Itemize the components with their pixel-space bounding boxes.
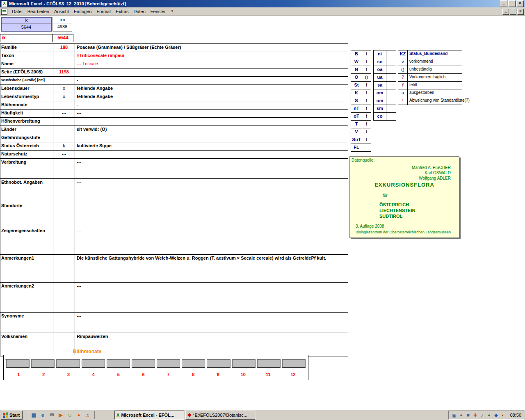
task-button[interactable]: XMicrosoft Excel - EFÖL... [114,411,184,420]
search-icon[interactable]: ● [458,412,464,418]
volume-icon[interactable]: ♪ [479,412,485,418]
workbook-minimize-button[interactable]: _ [502,9,509,15]
status-value[interactable]: f [362,50,371,58]
media-player-icon[interactable]: ▶ [57,412,64,418]
restore-button[interactable]: □ [508,0,516,7]
form-row-value[interactable]: Rimpauweizen [75,333,348,356]
form-row-value[interactable]: Die künstliche Gattungshybride von Weich… [75,255,348,282]
region-key[interactable]: ni [374,50,386,58]
ix-row-label[interactable]: ix [0,34,53,42]
form-row-code[interactable] [53,77,75,84]
region-key[interactable]: sm [374,105,386,112]
menu-item-bearbeiten[interactable]: Bearbeiten [25,8,52,15]
status-value[interactable]: f [362,128,371,136]
form-row-code[interactable] [53,313,75,333]
form-row-value[interactable]: slt verwld: (O) [75,126,348,134]
status-value[interactable]: f [362,105,371,112]
form-row-label[interactable]: Wuchshöhe (-Größe) [cm] [0,77,53,84]
status-key[interactable]: T [351,121,362,128]
form-row-value[interactable]: --- [75,159,348,178]
antivirus-icon[interactable]: ✚ [472,412,478,418]
form-row-value[interactable]: - [75,101,348,109]
form-row-label[interactable]: Seite (EFÖLS 2008) [0,68,53,76]
form-row-value[interactable]: fehlende Angabe [75,93,348,101]
form-row-value[interactable]: --- [75,110,348,117]
region-value[interactable] [386,113,396,120]
status-green-icon[interactable]: ● [486,412,492,418]
status-value[interactable]: f [362,82,371,89]
datenquelle-box[interactable]: Datenquelle: Manfred A. FISCHERKarl OSWA… [349,156,459,238]
workbook-close-button[interactable]: × [517,9,524,15]
form-row-label[interactable]: Name [0,60,53,68]
form-row-label[interactable]: Standorte [0,202,53,227]
close-button[interactable]: × [516,0,524,7]
form-row-value[interactable] [75,118,348,126]
form-row-code[interactable] [53,60,75,68]
status-key[interactable]: O [351,74,362,81]
form-row-value[interactable]: --- [75,202,348,227]
form-row-value[interactable]: ×Triticosecale rimpaui [75,52,348,60]
display-settings-icon[interactable]: ▣ [451,412,457,418]
region-key[interactable]: ua [374,74,386,81]
region-key[interactable]: um [374,97,386,105]
form-row-label[interactable]: Höhenverbreitung [0,118,53,126]
form-row-code[interactable] [53,255,75,282]
form-row-label[interactable]: Anmerkungen1 [0,255,53,282]
menu-item-datei[interactable]: Datei [9,8,25,15]
menu-item-daten[interactable]: Daten [131,8,148,15]
form-row-value[interactable] [75,151,348,158]
status-key[interactable]: FL [351,144,362,151]
form-row-value[interactable]: --- [75,313,348,333]
menu-item-fenster[interactable]: Fenster [148,8,168,15]
form-row-label[interactable]: Synonyme [0,313,53,333]
music-icon[interactable]: ♫ [84,412,91,418]
form-row-code[interactable]: --- [53,151,75,158]
form-row-value[interactable]: Poaceae (Gramineae) / Süßgräser (Echte G… [75,44,348,52]
form-row-code[interactable] [53,101,75,109]
form-row-code[interactable] [53,333,75,356]
update-icon[interactable]: ◆ [493,412,499,418]
status-value[interactable]: f [362,136,371,144]
title-bar[interactable]: X Microsoft Excel - EFÖLS3_12_2010 [Schr… [0,0,525,7]
region-key[interactable]: om [374,89,386,97]
form-row-label[interactable]: Länder [0,126,53,134]
status-key[interactable]: S [351,97,362,105]
form-row-value[interactable]: kultivierte Sippe [75,142,348,150]
form-row-code[interactable] [53,126,75,134]
ixn-column[interactable]: ixn 4988 [52,17,72,32]
status-value[interactable]: f [362,66,371,73]
form-row-code[interactable] [53,179,75,202]
form-row-value[interactable]: --- [75,227,348,254]
form-row-label[interactable]: Familie [0,44,53,52]
form-row-code[interactable]: x [53,93,75,101]
status-key[interactable]: K [351,89,362,97]
form-row-code[interactable]: --- [53,110,75,117]
form-row-label[interactable]: Status Österreich [0,142,53,150]
minimize-button[interactable]: _ [500,0,507,7]
form-row-value[interactable]: --- Triticale [75,60,348,68]
ixn-column-value[interactable]: 4988 [53,23,72,30]
status-key[interactable]: B [351,50,362,58]
form-row-code[interactable]: k [53,142,75,150]
status-value[interactable]: f [362,121,371,128]
messenger-icon[interactable]: ☺ [66,412,73,418]
form-row-code[interactable]: --- [53,134,75,142]
ixn-column-header[interactable]: ixn [53,17,72,23]
taskbar-clock[interactable]: 08:50 [507,413,521,418]
form-row-value[interactable]: --- [75,134,348,142]
workbook-restore-button[interactable]: □ [510,9,516,15]
status-value[interactable]: f [362,113,371,120]
mail-icon[interactable]: ✉ [48,412,55,418]
form-row-value[interactable] [75,68,348,76]
form-row-label[interactable]: Lebensformentyp [0,93,53,101]
form-row-code[interactable] [53,227,75,254]
form-row-value[interactable]: --- [75,283,348,312]
form-row-value[interactable]: fehlende Angabe [75,85,348,93]
status-key[interactable]: N [351,66,362,73]
status-key[interactable]: nT [351,105,362,112]
form-row-code[interactable] [53,118,75,126]
status-value[interactable]: f [362,97,371,105]
menu-item-extras[interactable]: Extras [113,8,131,15]
form-row-label[interactable]: Blühmonate [0,101,53,109]
form-row-label[interactable]: Ethnobot. Angaben [0,179,53,202]
